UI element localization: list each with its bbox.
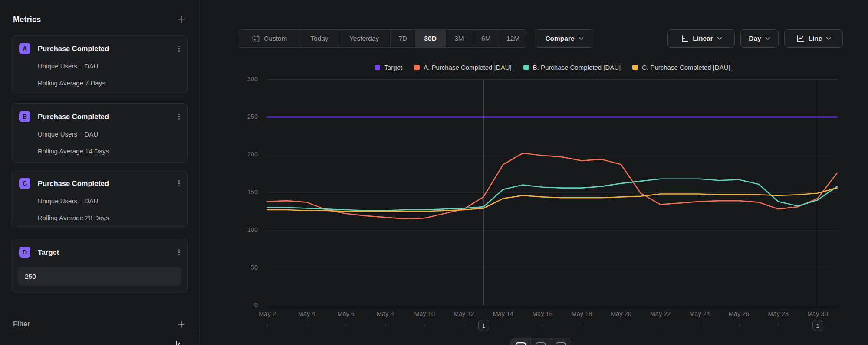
range-option-7d[interactable]: 7D [391, 30, 416, 47]
table-view-button[interactable] [531, 338, 551, 345]
metric-rolling-average[interactable]: Rolling Average 28 Days [38, 214, 109, 221]
range-option-6m[interactable]: 6M [473, 30, 499, 47]
plus-icon [177, 16, 185, 24]
chart-settings-group: Linear Day Line [667, 29, 843, 48]
y-axis-label: 300 [233, 75, 258, 82]
metric-card-c-header: C Purchase Completed [19, 177, 181, 189]
range-option-today[interactable]: Today [301, 30, 339, 47]
x-axis-label: May 14 [486, 310, 520, 317]
metric-measurement[interactable]: Unique Users – DAU [38, 130, 98, 138]
add-filter-button[interactable] [176, 319, 187, 330]
filter-label: Filter [13, 320, 30, 328]
add-metric-button[interactable] [175, 14, 187, 26]
kebab-icon [178, 249, 180, 256]
metric-options-button[interactable] [177, 247, 181, 257]
legend-label: Target [384, 64, 402, 71]
range-option-custom[interactable]: Custom [238, 30, 301, 47]
metric-card-b[interactable]: B Purchase Completed Unique Users – DAU … [11, 103, 188, 163]
x-axis-tick [503, 324, 503, 326]
target-card-header: D Target [19, 246, 181, 258]
kebab-icon [178, 180, 180, 187]
target-value-input[interactable] [18, 267, 181, 286]
legend-label: A. Purchase Completed [DAU] [424, 64, 512, 71]
annotation-badge[interactable]: 1 [812, 320, 823, 331]
sidebar-divider [0, 331, 199, 331]
chevron-down-icon [717, 37, 722, 40]
range-option-label: Yesterday [349, 35, 379, 42]
kebab-icon [178, 46, 180, 52]
metric-card-b-header: B Purchase Completed [19, 111, 181, 123]
chevron-down-icon [826, 37, 831, 40]
x-axis-tick [661, 324, 661, 326]
y-axis-label: 50 [233, 264, 258, 271]
x-axis-tick [307, 324, 307, 326]
target-card[interactable]: D Target [11, 239, 188, 293]
annotation-badge[interactable]: 1 [478, 320, 489, 331]
x-axis-label: May 8 [368, 310, 403, 317]
metric-rolling-average[interactable]: Rolling Average 7 Days [38, 79, 105, 87]
x-axis-tick [621, 324, 621, 326]
chart-type-selector-button[interactable]: Line [784, 29, 843, 48]
x-axis-label: May 26 [722, 310, 756, 317]
card-view-icon [555, 342, 566, 345]
legend-item-c[interactable]: C. Purchase Completed [DAU] [632, 64, 730, 71]
series-line-a [267, 153, 837, 219]
metric-options-button[interactable] [177, 44, 181, 54]
range-option-30d[interactable]: 30D [416, 30, 446, 47]
chart-view-button[interactable] [511, 338, 531, 345]
metric-rolling-average[interactable]: Rolling Average 14 Days [38, 147, 109, 155]
chevron-down-icon [765, 37, 770, 40]
x-axis-tick [739, 324, 740, 326]
range-option-label: 7D [398, 35, 407, 42]
x-axis-label: May 2 [250, 310, 285, 317]
metric-card-a[interactable]: A Purchase Completed Unique Users – DAU … [11, 35, 188, 94]
x-axis-tick [778, 324, 779, 326]
metric-measurement[interactable]: Unique Users – DAU [38, 62, 98, 70]
range-option-yesterday[interactable]: Yesterday [338, 30, 391, 47]
collapse-sidebar-button[interactable] [172, 338, 186, 345]
range-option-12m[interactable]: 12M [499, 30, 527, 47]
kebab-icon [178, 114, 180, 120]
sidebar-header: Metrics [13, 13, 187, 26]
x-axis-label: May 16 [525, 310, 560, 317]
range-option-label: Custom [264, 35, 287, 42]
y-axis-label: 0 [233, 302, 258, 309]
chart-view-icon [515, 342, 526, 345]
legend-item-a[interactable]: A. Purchase Completed [DAU] [414, 64, 512, 71]
series-layer [267, 79, 838, 306]
collapse-sidebar-icon [174, 340, 184, 345]
metric-card-c[interactable]: C Purchase Completed Unique Users – DAU … [11, 170, 188, 228]
granularity-label: Day [749, 35, 761, 42]
metric-options-button[interactable] [177, 179, 181, 189]
card-view-button[interactable] [551, 338, 571, 345]
filter-section: Filter [13, 318, 187, 330]
compare-button[interactable]: Compare [535, 29, 594, 48]
range-option-label: 30D [424, 35, 436, 42]
metric-letter-badge: A [19, 43, 30, 54]
legend-item-b[interactable]: B. Purchase Completed [DAU] [523, 64, 621, 71]
legend-swatch [523, 65, 529, 70]
plot-area [267, 79, 838, 306]
x-axis-label: May 4 [289, 310, 324, 317]
y-axis-label: 100 [233, 226, 258, 233]
metric-title: Purchase Completed [38, 179, 177, 188]
series-line-c [267, 188, 837, 212]
linear-axis-icon [680, 34, 689, 43]
x-axis-tick [464, 324, 464, 326]
legend-swatch [375, 65, 380, 70]
metric-title: Purchase Completed [38, 45, 177, 53]
x-axis-label: May 22 [643, 310, 678, 317]
legend-item-target[interactable]: Target [375, 64, 402, 71]
x-axis-label: May 6 [329, 310, 363, 317]
range-option-3m[interactable]: 3M [446, 30, 473, 47]
range-option-label: Today [310, 35, 328, 42]
legend-swatch [632, 65, 638, 70]
x-axis-tick [346, 324, 346, 326]
granularity-selector-button[interactable]: Day [740, 29, 779, 48]
target-title: Target [38, 248, 177, 257]
metric-options-button[interactable] [177, 112, 181, 122]
metric-measurement[interactable]: Unique Users – DAU [38, 197, 98, 205]
x-axis-label: May 10 [407, 310, 442, 317]
chart-legend: TargetA. Purchase Completed [DAU]B. Purc… [267, 62, 838, 72]
scale-selector-button[interactable]: Linear [667, 29, 735, 48]
